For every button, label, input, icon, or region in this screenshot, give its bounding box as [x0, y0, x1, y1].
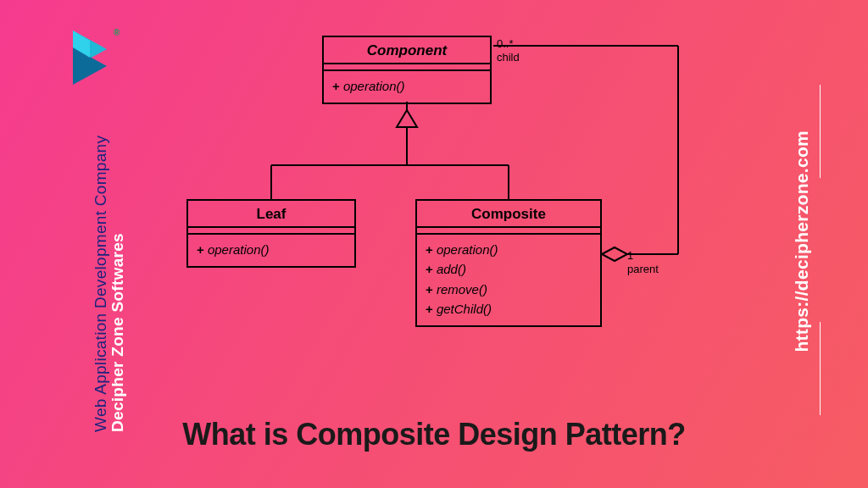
svg-marker-4	[397, 110, 417, 127]
uml-op: operation()	[426, 240, 592, 259]
uml-op: operation()	[197, 240, 346, 259]
uml-op: operation()	[332, 76, 481, 96]
page-title: What is Composite Design Pattern?	[0, 417, 868, 452]
uml-ops-list: operation() add() remove() getChild()	[417, 235, 600, 325]
company-text-block: Web Application Development Company Deci…	[92, 110, 127, 432]
url-divider-bottom	[820, 322, 821, 415]
assoc-child-mult: 0..*	[497, 37, 514, 50]
svg-marker-10	[602, 247, 627, 261]
uml-ops-list: operation()	[188, 235, 354, 266]
svg-text:®: ®	[114, 28, 120, 37]
url-divider-top	[820, 85, 821, 178]
uml-class-leaf: Leaf operation()	[186, 199, 356, 268]
uml-op: getChild()	[426, 299, 592, 319]
uml-class-composite: Composite operation() add() remove() get…	[415, 199, 602, 327]
uml-class-name: Composite	[417, 201, 600, 228]
brand-url: https://decipherzone.com	[792, 130, 812, 352]
uml-class-component: Component operation()	[322, 36, 492, 104]
uml-ops-list: operation()	[324, 71, 490, 103]
url-block: https://decipherzone.com	[792, 76, 812, 407]
uml-op: add()	[426, 259, 592, 279]
uml-separator	[324, 64, 490, 71]
uml-class-name: Component	[324, 37, 490, 64]
assoc-parent-role: parent	[627, 263, 659, 275]
company-tagline: Web Application Development Company	[92, 110, 110, 432]
uml-op: remove()	[426, 280, 592, 299]
uml-separator	[417, 228, 600, 235]
assoc-child-role: child	[497, 51, 520, 64]
uml-diagram: Component operation() Leaf operation() C…	[170, 25, 763, 381]
brand-logo: ®	[66, 24, 125, 95]
uml-separator	[188, 228, 354, 235]
assoc-parent-mult: 1	[627, 249, 633, 262]
uml-class-name: Leaf	[188, 201, 354, 228]
company-name: Decipher Zone Softwares	[108, 110, 127, 432]
